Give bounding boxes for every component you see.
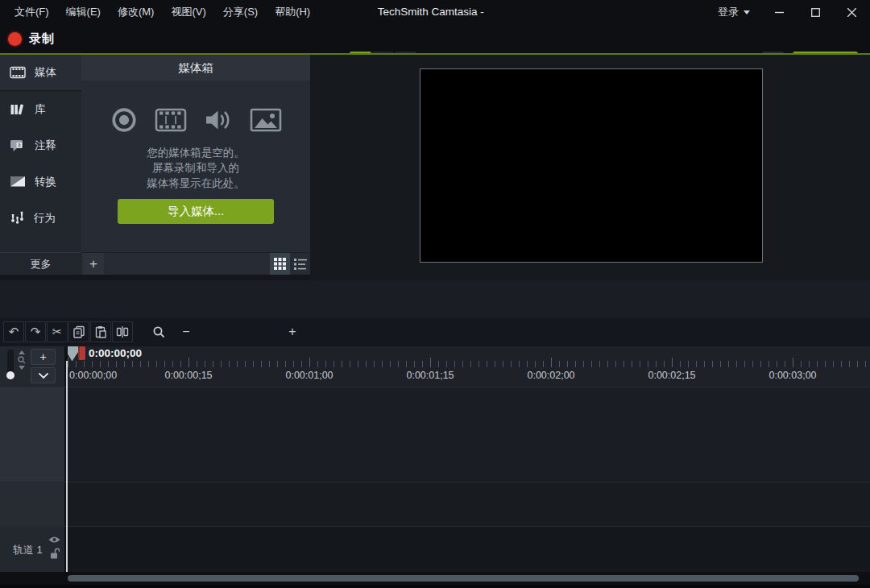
increase-icon[interactable] [19,350,25,354]
playhead-out-handle[interactable] [78,346,85,360]
redo-icon: ↷ [31,325,41,339]
ruler-tick [108,361,109,367]
add-media-button[interactable]: + [83,253,104,275]
timeline-zoom-in-button[interactable]: + [282,321,303,342]
sidebar-item-library[interactable]: 库 [0,91,81,127]
preview-stage[interactable] [420,68,763,263]
ruler-tick [736,361,737,367]
timeline-spacer-lane[interactable] [68,482,870,526]
menu-file[interactable]: 文件(F) [11,3,52,21]
grid-view-button[interactable] [270,253,290,275]
ruler-tick [591,361,592,367]
ruler-tick [454,361,455,367]
ruler-tick [140,361,141,367]
import-media-button[interactable]: 导入媒体... [118,199,274,224]
ruler-tick [760,361,761,367]
collapse-tracks-button[interactable] [31,367,56,383]
ruler-tick [495,361,495,367]
ruler-tick [197,361,197,367]
ruler-tick [696,361,697,367]
ruler-tick [205,361,205,367]
sidebar-item-media[interactable]: 媒体 [0,55,81,91]
copy-button[interactable] [68,321,89,342]
ruler-tick [744,361,745,367]
scrollbar-thumb[interactable] [68,575,859,582]
ruler-tick [325,361,326,367]
window-title: TechSmith Camtasia - [378,0,484,24]
timeline-zoom-button[interactable] [148,321,169,342]
ruler-tick [213,361,213,367]
ruler-tick [511,361,512,367]
ruler-tick [809,361,810,367]
ruler-tick [76,361,77,367]
sidebar-item-label: 行为 [34,211,56,226]
unlock-icon[interactable] [50,548,60,559]
media-bin-footer: + [81,252,310,275]
timeline-tracks: 轨道 1 [0,387,870,572]
close-icon [847,8,856,17]
minimize-button[interactable] [761,0,798,24]
cut-button[interactable]: ✂ [47,321,68,342]
magnifier-icon [153,326,165,338]
add-track-button[interactable]: + [31,349,56,365]
svg-text:a: a [18,142,21,147]
track-divider [0,526,870,527]
ruler-tick [478,361,479,367]
menu-view[interactable]: 视图(V) [168,3,209,21]
transition-icon [10,176,26,188]
ruler-tick [648,361,648,367]
maximize-button[interactable] [798,0,834,24]
track-height-slider-handle[interactable] [6,371,14,379]
audio-icon [204,108,233,132]
playhead-flag[interactable] [68,346,79,362]
undo-icon: ↶ [9,325,19,339]
timeline-scrollbar [0,572,870,585]
playhead-line[interactable] [66,361,68,572]
ruler-tick [777,361,777,367]
import-media-label: 导入媒体... [168,204,224,219]
split-button[interactable] [112,321,133,342]
track1-lane[interactable] [68,526,870,572]
record-label: 录制 [29,31,55,47]
undo-button[interactable]: ↶ [3,321,24,342]
ruler-tick [438,361,439,367]
ruler-tick [277,361,278,367]
timeline-zoom-out-button[interactable]: − [176,321,197,342]
menu-help[interactable]: 帮助(H) [271,3,313,21]
sidebar-item-behaviors[interactable]: 行为 [0,200,81,236]
copy-icon [72,325,85,338]
paste-button[interactable] [90,321,111,342]
timeline-empty-lane[interactable] [68,387,870,482]
list-view-button[interactable] [290,253,310,275]
ruler-tick [462,361,463,367]
timeline-ruler[interactable]: 0:00:00;00 0:00:00;000:00:00;150:00:01;0… [68,346,870,387]
caret-down-icon [744,10,750,14]
menu-list: 文件(F) 编辑(E) 修改(M) 视图(V) 分享(S) 帮助(H) [0,3,313,21]
sidebar-item-label: 转换 [35,175,56,189]
ruler-tick [366,361,367,367]
ruler-label: 0:00:01;15 [406,370,454,381]
ruler-tick [116,361,117,367]
ruler-tick [503,361,503,367]
maximize-icon [811,8,820,17]
sidebar-more-button[interactable]: 更多 [0,252,81,275]
camtasia-window: 文件(F) 编辑(E) 修改(M) 视图(V) 分享(S) 帮助(H) Tech… [0,0,870,588]
menu-modify[interactable]: 修改(M) [114,3,158,21]
close-button[interactable] [834,0,870,24]
sidebar-item-transitions[interactable]: 转换 [0,164,81,200]
bottom-strip [0,585,870,588]
ruler-tick [825,361,826,367]
sidebar-item-annotations[interactable]: a 注释 [0,127,81,164]
ruler-label: 0:00:00;00 [69,370,117,381]
eye-icon[interactable] [48,536,60,544]
ruler-tick [350,361,350,367]
decrease-icon[interactable] [19,366,25,370]
login-button[interactable]: 登录 [706,5,761,19]
ruler-tick [374,361,375,367]
ruler-tick [132,361,133,367]
menu-share[interactable]: 分享(S) [220,3,261,21]
redo-button[interactable]: ↷ [25,321,46,342]
ruler-tick [100,361,101,367]
menu-edit[interactable]: 编辑(E) [63,3,104,21]
record-button[interactable]: 录制 [8,24,55,53]
